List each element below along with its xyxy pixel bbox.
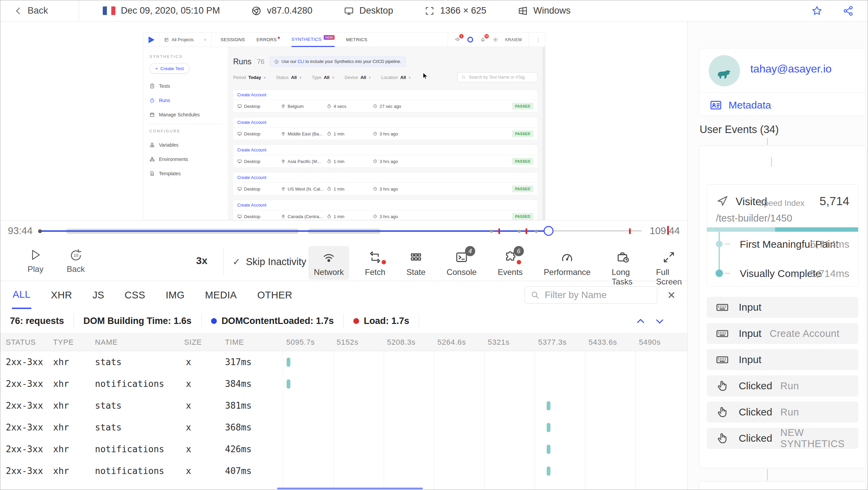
skip-inactivity-toggle[interactable]: ✓ Skip Inactivity [232, 256, 306, 267]
run-row[interactable]: Desktop Belgium 4 secs 27 sec ago PASSED [233, 100, 537, 112]
sidebar-item-variables[interactable]: Variables [149, 138, 228, 152]
scrollbar[interactable] [543, 47, 545, 220]
events-panel-button[interactable]: 6 Events [492, 246, 528, 280]
tab-media[interactable]: MEDIA [204, 282, 237, 308]
filter-location[interactable]: LocationAll∨ [381, 75, 411, 80]
stopwatch-icon [327, 131, 332, 136]
location-pin-icon [281, 186, 286, 191]
close-panel-button[interactable]: ✕ [667, 289, 676, 301]
clock-icon [373, 186, 377, 191]
status-badge: PASSED [512, 130, 533, 137]
tab-errors[interactable]: ERRORS [257, 33, 280, 47]
run-name-link[interactable]: Create Account [233, 173, 537, 183]
tab-all[interactable]: ALL [12, 281, 31, 309]
back-10s-button[interactable]: 10 Back [67, 248, 85, 274]
tab-other[interactable]: OTHER [257, 282, 293, 308]
chevron-up-icon[interactable] [636, 316, 646, 326]
cubes-icon [149, 142, 155, 148]
chevron-down-icon[interactable] [655, 316, 665, 326]
filter-device[interactable]: DeviceAll∨ [344, 75, 371, 80]
back-button[interactable]: Back [14, 5, 48, 16]
calendar-icon [149, 112, 155, 117]
input-event-row[interactable]: Input [707, 349, 858, 370]
state-panel-button[interactable]: State [401, 246, 431, 280]
run-row[interactable]: Desktop US West (N. Cal... 1 min 3 hrs a… [233, 183, 537, 195]
playback-speed-button[interactable]: 3x [196, 255, 207, 266]
user-menu[interactable]: KRAIEM [505, 37, 522, 42]
sidebar-item-environments[interactable]: Environments [149, 152, 228, 166]
filter-type[interactable]: TypeAll∨ [312, 75, 334, 80]
timeline-track[interactable] [39, 225, 644, 237]
player-controls: Play 10 Back 3x ✓ Skip Inactivity Networ… [0, 241, 687, 281]
horizontal-scrollbar[interactable] [277, 488, 423, 489]
clipboard-icon [149, 83, 155, 89]
tab-sessions[interactable]: SESSIONS [221, 33, 245, 47]
filter-by-name-input[interactable]: Filter by Name [525, 286, 657, 304]
test-search-input[interactable]: Search by Test Name or #Tag [457, 72, 537, 82]
tab-metrics[interactable]: METRICS [346, 33, 368, 47]
performance-panel-button[interactable]: Performance [539, 246, 596, 280]
metadata-button[interactable]: Metadata [709, 99, 771, 112]
fmp-value: 5,714ms [810, 239, 849, 250]
share-icon[interactable] [842, 5, 854, 17]
fetch-panel-button[interactable]: Fetch [359, 246, 391, 280]
run-row[interactable]: Desktop Middle East (Ba... 1 min 3 hrs a… [233, 128, 537, 140]
sidebar-item-templates[interactable]: Templates [149, 166, 228, 181]
announcements-button[interactable]: 1 [455, 36, 461, 43]
play-icon [29, 248, 42, 262]
click-event-row[interactable]: Clicked Run [707, 375, 858, 396]
stopwatch-icon [327, 159, 332, 164]
sidebar-item-runs[interactable]: Runs [149, 93, 228, 108]
create-test-button[interactable]: + Create Test [149, 63, 190, 74]
favorite-star-icon[interactable] [811, 5, 823, 17]
tab-js[interactable]: JS [92, 282, 105, 308]
kebab-menu-icon[interactable]: ⋮ [536, 37, 541, 43]
network-request-row[interactable]: 2xx-3xxxhrstatsx381ms [0, 395, 687, 416]
filter-status[interactable]: StatusAll∨ [276, 75, 302, 80]
visited-event-card[interactable]: Visited Speed Index 5,714 /test-builder/… [707, 184, 858, 287]
sidebar-item-tests[interactable]: Tests [149, 79, 228, 93]
timeline-scrubber[interactable] [544, 226, 553, 236]
sidebar-item-manage-schedules[interactable]: Manage Schedules [149, 108, 228, 122]
tab-synthetics[interactable]: SYNTHETICSNEW [291, 33, 334, 47]
network-panel-button[interactable]: Network [308, 246, 349, 280]
runs-list: Create Account Desktop Belgium 4 secs 27… [233, 90, 537, 220]
browser-info: v87.0.4280 [251, 5, 312, 16]
play-button[interactable]: Play [28, 248, 44, 274]
timeline-error-marker [629, 228, 631, 234]
run-name-link[interactable]: Create Account [233, 90, 537, 100]
location-pin-icon [281, 104, 286, 109]
user-email-link[interactable]: tahay@asayer.io [750, 63, 832, 75]
network-request-row[interactable]: 2xx-3xxxhrnotificationsx407ms [0, 460, 687, 482]
click-event-row[interactable]: Clicked NEW SYNTHETICS [707, 428, 858, 449]
run-row[interactable]: Desktop Canada (Centra... 1 min 3 hrs ag… [233, 210, 537, 220]
resolution-info: 1366 × 625 [424, 5, 486, 16]
network-rows: 2xx-3xxxhrstatsx317ms 2xx-3xxxhrnotifica… [0, 351, 687, 482]
tab-xhr[interactable]: XHR [50, 282, 73, 308]
console-panel-button[interactable]: 4 Console [441, 246, 482, 280]
tab-css[interactable]: CSS [124, 282, 146, 308]
run-row[interactable]: Desktop Asia Pacific (M... 1 min 3 hrs a… [233, 155, 537, 167]
animal-avatar-icon [714, 63, 735, 79]
click-event-row[interactable]: Clicked Run [707, 402, 858, 423]
stopwatch-icon [149, 98, 155, 103]
network-request-row[interactable]: 2xx-3xxxhrnotificationsx426ms [0, 438, 687, 460]
playback-timeline: 93:44 109:44 [0, 220, 687, 241]
player-column: All Projects ∨ SESSIONS ERRORS SYNTHETIC… [0, 21, 688, 490]
notifications-button[interactable]: 33 [480, 36, 486, 43]
run-name-link[interactable]: Create Account [233, 200, 537, 210]
tab-img[interactable]: IMG [165, 282, 186, 308]
input-event-row[interactable]: Input [707, 297, 858, 318]
replayed-app-nav: All Projects ∨ SESSIONS ERRORS SYNTHETIC… [143, 33, 545, 47]
network-request-row[interactable]: 2xx-3xxxhrnotificationsx384ms [0, 373, 687, 395]
run-name-link[interactable]: Create Account [233, 145, 537, 155]
filter-period[interactable]: PeriodToday∨ [233, 75, 266, 80]
filter-placeholder: Filter by Name [545, 290, 607, 300]
network-request-row[interactable]: 2xx-3xxxhrstatsx317ms [0, 351, 687, 373]
input-event-row[interactable]: Input Create Account [707, 323, 858, 344]
network-request-row[interactable]: 2xx-3xxxhrstatsx368ms [0, 416, 687, 438]
cli-link[interactable]: CLI [298, 59, 304, 64]
run-name-link[interactable]: Create Account [233, 117, 537, 128]
gear-icon[interactable] [493, 37, 498, 43]
project-selector[interactable]: All Projects ∨ [159, 33, 212, 47]
